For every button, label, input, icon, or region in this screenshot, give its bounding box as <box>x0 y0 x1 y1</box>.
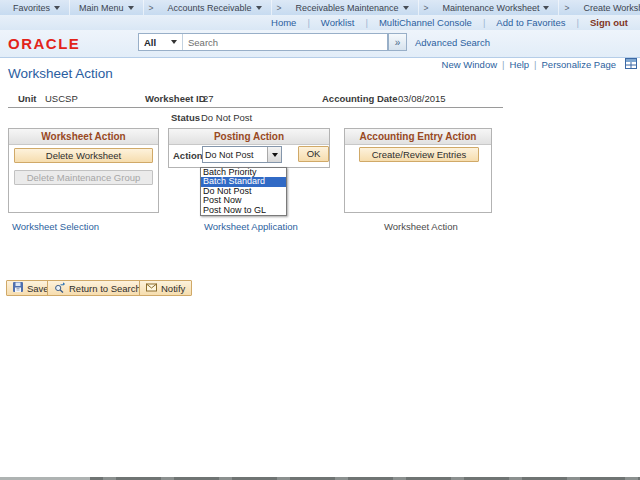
search-bar: All <box>138 33 388 51</box>
worksheet-selection-link[interactable]: Worksheet Selection <box>12 221 99 232</box>
dropdown-option-post-now[interactable]: Post Now <box>201 196 286 205</box>
accounting-date-label: Accounting Date <box>322 93 397 104</box>
personalize-grid-icon[interactable] <box>625 58 637 71</box>
save-icon <box>13 282 23 294</box>
status-value: Do Not Post <box>201 112 252 123</box>
breadcrumb-item-favorites[interactable]: Favorites <box>4 0 70 15</box>
chevron-down-icon <box>54 6 60 10</box>
worksheet-id-label: Worksheet ID <box>145 93 206 104</box>
chevron-down-icon <box>543 6 549 10</box>
posting-action-groupbox: Posting Action Action: Do Not Post OK <box>168 128 330 168</box>
breadcrumb-separator: > <box>419 3 434 13</box>
search-scope-dropdown[interactable]: All <box>139 34 183 50</box>
help-link[interactable]: Help <box>505 59 535 70</box>
breadcrumb-label: Accounts Receivable <box>168 3 252 13</box>
chevron-down-icon <box>171 40 177 44</box>
worksheet-action-groupbox-title: Worksheet Action <box>9 129 158 145</box>
add-to-favorites-link[interactable]: Add to Favorites <box>485 17 576 28</box>
return-to-search-button[interactable]: Return to Search <box>47 280 148 296</box>
accounting-date-value: 03/08/2015 <box>398 93 446 104</box>
status-label: Status <box>171 112 200 123</box>
breadcrumb-label: Favorites <box>13 3 50 13</box>
chevron-down-icon <box>256 6 262 10</box>
divider <box>8 107 503 108</box>
breadcrumb-label: Receivables Maintenance <box>296 3 399 13</box>
worklist-link[interactable]: Worklist <box>310 17 366 28</box>
select-dropdown-button[interactable] <box>267 147 281 162</box>
breadcrumb-separator: > <box>559 3 574 13</box>
dropdown-option-do-not-post[interactable]: Do Not Post <box>201 187 286 196</box>
accounting-entry-action-groupbox: Accounting Entry Action Create/Review En… <box>344 128 492 213</box>
breadcrumb-item-main-menu[interactable]: Main Menu <box>70 0 144 15</box>
breadcrumb-item-maintenance-worksheet[interactable]: Maintenance Worksheet <box>434 0 560 15</box>
chevron-down-icon <box>128 6 134 10</box>
notify-envelope-icon <box>146 283 157 294</box>
breadcrumb-label: Main Menu <box>79 3 124 13</box>
breadcrumb-item-accounts-receivable[interactable]: Accounts Receivable <box>159 0 272 15</box>
search-input[interactable] <box>183 34 387 50</box>
return-to-search-icon <box>54 282 65 295</box>
posting-action-groupbox-title: Posting Action <box>169 129 329 145</box>
chevron-down-icon <box>272 153 278 157</box>
dropdown-option-batch-standard[interactable]: Batch Standard <box>201 177 286 186</box>
ok-button[interactable]: OK <box>298 146 329 162</box>
unit-label: Unit <box>18 93 36 104</box>
breadcrumb: Favorites Main Menu > Accounts Receivabl… <box>0 0 640 15</box>
breadcrumb-item-create-worksheet[interactable]: Create Worksheet <box>574 0 640 15</box>
accounting-entry-action-groupbox-title: Accounting Entry Action <box>345 129 491 145</box>
worksheet-id-value: 27 <box>203 93 214 104</box>
return-to-search-button-label: Return to Search <box>69 283 141 294</box>
create-review-entries-button[interactable]: Create/Review Entries <box>359 147 479 162</box>
action-label: Action: <box>173 150 206 161</box>
dropdown-option-post-now-to-gl[interactable]: Post Now to GL <box>201 206 286 215</box>
personalize-page-link[interactable]: Personalize Page <box>537 59 621 70</box>
advanced-search-link[interactable]: Advanced Search <box>415 37 490 48</box>
save-button-label: Save <box>27 283 49 294</box>
page-title: Worksheet Action <box>8 66 113 81</box>
posting-action-dropdown-list: Batch Priority Batch Standard Do Not Pos… <box>200 167 287 216</box>
notify-button-label: Notify <box>161 283 185 294</box>
breadcrumb-label: Create Worksheet <box>583 3 640 13</box>
posting-action-select[interactable]: Do Not Post <box>202 146 282 163</box>
unit-value: USCSP <box>45 93 78 104</box>
chevron-down-icon <box>403 6 409 10</box>
sign-out-link[interactable]: Sign out <box>579 17 628 28</box>
breadcrumb-separator: > <box>144 3 159 13</box>
posting-action-selected-value: Do Not Post <box>203 150 267 160</box>
search-scope-value: All <box>144 37 156 48</box>
utility-bar: Home | Worklist | MultiChannel Console |… <box>0 15 640 30</box>
header: ORACLE All » Advanced Search <box>0 30 640 58</box>
oracle-logo: ORACLE <box>8 35 80 52</box>
delete-maintenance-group-button[interactable]: Delete Maintenance Group <box>14 170 153 185</box>
worksheet-action-current-page: Worksheet Action <box>384 221 458 232</box>
notify-button[interactable]: Notify <box>139 280 192 296</box>
delete-worksheet-button[interactable]: Delete Worksheet <box>14 148 153 163</box>
breadcrumb-label: Maintenance Worksheet <box>443 3 540 13</box>
page-action-bar: New Window | Help | Personalize Page <box>437 58 637 71</box>
home-link[interactable]: Home <box>260 17 307 28</box>
multichannel-console-link[interactable]: MultiChannel Console <box>368 17 483 28</box>
search-go-button[interactable]: » <box>388 33 407 51</box>
new-window-link[interactable]: New Window <box>437 59 502 70</box>
breadcrumb-separator: > <box>272 3 287 13</box>
worksheet-application-link[interactable]: Worksheet Application <box>204 221 298 232</box>
breadcrumb-item-receivables-maintenance[interactable]: Receivables Maintenance <box>287 0 419 15</box>
dropdown-option-batch-priority[interactable]: Batch Priority <box>201 168 286 177</box>
worksheet-action-groupbox: Worksheet Action Delete Worksheet Delete… <box>8 128 159 213</box>
